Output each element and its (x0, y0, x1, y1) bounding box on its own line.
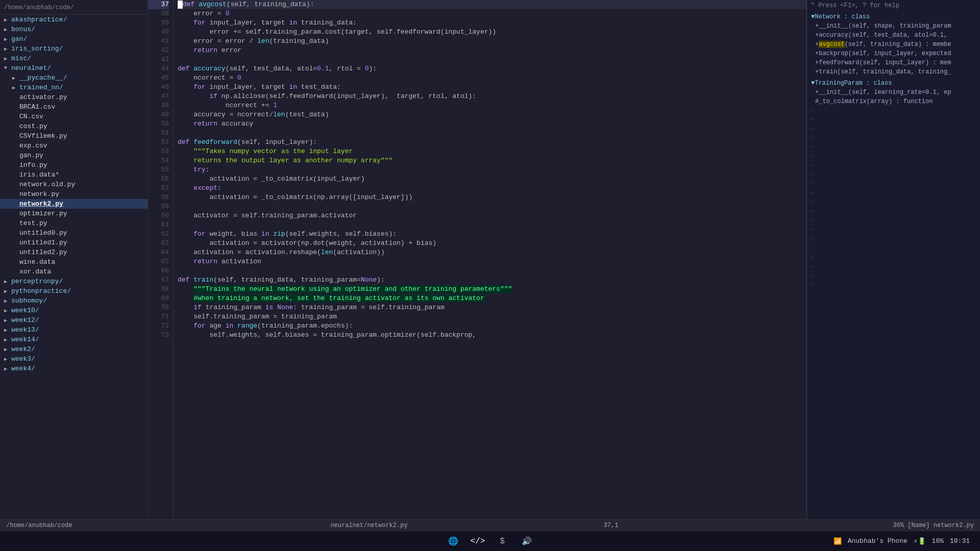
arrow-week12: ▶ (4, 317, 11, 323)
label-optimizer: optimizer.py (19, 210, 67, 217)
sidebar-item-gan_py[interactable]: gan.py (0, 151, 148, 160)
code-line-66 (178, 266, 806, 276)
tilde-8: ~ (811, 180, 976, 189)
main-area: /home/anubhab/code/ ▶akashpractice/▶bonu… (0, 0, 980, 519)
code-line-42: return error (178, 46, 806, 55)
line-num-38: 38 (148, 9, 169, 18)
editor-area: 3738394041424344454647484950515253545556… (148, 0, 806, 519)
sidebar-item-xor[interactable]: xor.data (0, 267, 148, 277)
rp-section-1: ▼TrainingParam : class (811, 80, 976, 87)
sidebar-item-untitled2[interactable]: untitled2.py (0, 247, 148, 257)
tilde-13: ~ (811, 226, 976, 235)
sidebar-item-subhomoy[interactable]: ▶subhomoy/ (0, 296, 148, 306)
tilde-10: ~ (811, 198, 976, 207)
label-misc: misc/ (11, 55, 31, 62)
sidebar-item-bonus[interactable]: ▶bonus/ (0, 24, 148, 34)
line-num-62: 62 (148, 230, 169, 239)
sidebar-item-trained_nn[interactable]: ▶trained_nn/ (0, 83, 148, 92)
sidebar-item-exp[interactable]: exp.csv (0, 141, 148, 151)
sidebar-item-network2[interactable]: network2.py (0, 199, 148, 209)
wifi-icon: 📶 (834, 537, 842, 545)
sidebar-item-week13[interactable]: ▶week13/ (0, 325, 148, 335)
sidebar-item-perceptronpy[interactable]: ▶perceptronpy/ (0, 277, 148, 286)
code-line-51 (178, 129, 806, 138)
label-week3: week3/ (11, 355, 35, 363)
sidebar-item-week3[interactable]: ▶week3/ (0, 354, 148, 364)
taskbar: 🌐 </> $ 🔊 📶 Anubhab's Phone ⚡🔋 16% 10:31 (0, 531, 980, 551)
code-line-71: self.training_param = training_param (178, 312, 806, 321)
tilde-2: ~ (811, 124, 976, 134)
sidebar-item-neuralnet[interactable]: ▼neuralnet/ (0, 63, 148, 73)
line-num-48: 48 (148, 101, 169, 110)
status-info: 36% [Name] network2.py (732, 522, 974, 529)
sidebar-item-wine[interactable]: wine.data (0, 257, 148, 267)
sidebar-item-akashpractice[interactable]: ▶akashpractice/ (0, 15, 148, 24)
code-line-41: error = error / len(training_data) (178, 37, 806, 46)
taskbar-terminal-icon[interactable]: $ (495, 534, 509, 548)
tilde-12: ~ (811, 216, 976, 226)
taskbar-browser-icon[interactable]: 🌐 (446, 534, 460, 548)
label-network2: network2.py (19, 200, 63, 208)
sidebar-item-activator[interactable]: activator.py (0, 92, 148, 102)
code-line-50: return accuracy (178, 119, 806, 129)
line-num-50: 50 (148, 119, 169, 129)
label-brca1: BRCA1.csv (19, 103, 55, 111)
sidebar-item-info[interactable]: info.py (0, 160, 148, 170)
rp-item-0-2: +avgcost(self, training_data) : membe (811, 40, 976, 49)
sidebar-item-test[interactable]: test.py (0, 218, 148, 228)
sidebar-item-brca1[interactable]: BRCA1.csv (0, 102, 148, 112)
sidebar-root-path: /home/anubhab/code/ (0, 2, 148, 15)
line-num-65: 65 (148, 257, 169, 266)
code-line-67: def train(self, training_data, training_… (178, 276, 806, 285)
label-network_old: network.old.py (19, 181, 75, 188)
sidebar-item-pycache[interactable]: ▶__pycache__/ (0, 73, 148, 83)
line-num-49: 49 (148, 110, 169, 119)
line-num-45: 45 (148, 73, 169, 83)
label-cn: CN.csv (19, 113, 43, 120)
code-line-39: for input_layer, target in training_data… (178, 18, 806, 28)
rp-item-0-5: +train(self, training_data, training_ (811, 67, 976, 77)
code-line-63: activation = activator(np.dot(weight, ac… (178, 239, 806, 248)
label-cost: cost.py (19, 122, 47, 130)
sidebar-item-csvfilemk[interactable]: CSVfilemk.py (0, 131, 148, 141)
code-content[interactable]: def avgcost(self, training_data): error … (174, 0, 806, 519)
code-line-53: """Takes numpy vector as the input layer (178, 147, 806, 156)
line-num-51: 51 (148, 129, 169, 138)
taskbar-right: 📶 Anubhab's Phone ⚡🔋 16% 10:31 (834, 537, 970, 545)
sidebar-item-iris[interactable]: iris.data* (0, 170, 148, 180)
label-gan: gan/ (11, 35, 27, 43)
code-line-61 (178, 220, 806, 230)
line-num-47: 47 (148, 92, 169, 101)
sidebar-item-week10[interactable]: ▶week10/ (0, 306, 148, 315)
sidebar-item-cn[interactable]: CN.csv (0, 112, 148, 121)
tilde-1: ~ (811, 115, 976, 124)
sidebar-item-untitled1[interactable]: untitled1.py (0, 238, 148, 247)
sidebar-item-untitled0[interactable]: untitled0.py (0, 228, 148, 238)
label-untitled0: untitled0.py (19, 229, 67, 237)
sidebar-item-week14[interactable]: ▶week14/ (0, 335, 148, 344)
line-num-54: 54 (148, 156, 169, 165)
rp-item-1-0: +__init__(self, learning_rate=0.1, ep (811, 88, 976, 97)
sidebar-item-cost[interactable]: cost.py (0, 121, 148, 131)
sidebar-item-gan[interactable]: ▶gan/ (0, 34, 148, 44)
sidebar-item-week12[interactable]: ▶week12/ (0, 315, 148, 325)
taskbar-volume-icon[interactable]: 🔊 (520, 534, 534, 548)
arrow-misc: ▶ (4, 56, 11, 62)
sidebar-item-iris_sorting[interactable]: ▶iris_sorting/ (0, 44, 148, 54)
sidebar-item-optimizer[interactable]: optimizer.py (0, 209, 148, 218)
tilde-3: ~ (811, 134, 976, 143)
code-line-57: except: (178, 184, 806, 193)
taskbar-code-icon[interactable]: </> (471, 534, 485, 548)
code-line-60: activator = self.training_param.activato… (178, 211, 806, 220)
code-line-69: #when training a network, set the traini… (178, 294, 806, 303)
label-week10: week10/ (11, 307, 39, 314)
sidebar-item-week2[interactable]: ▶week2/ (0, 344, 148, 354)
sidebar-item-network[interactable]: network.py (0, 189, 148, 199)
label-neuralnet: neuralnet/ (11, 64, 51, 72)
sidebar-item-pythonpractice[interactable]: ▶pythonpractice/ (0, 286, 148, 296)
code-line-52: def feedforward(self, input_layer): (178, 138, 806, 147)
rp-content: ▼Network : class+__init__(self, shape, t… (811, 13, 976, 290)
sidebar-item-network_old[interactable]: network.old.py (0, 180, 148, 189)
sidebar-item-week4[interactable]: ▶week4/ (0, 364, 148, 373)
sidebar-item-misc[interactable]: ▶misc/ (0, 54, 148, 63)
